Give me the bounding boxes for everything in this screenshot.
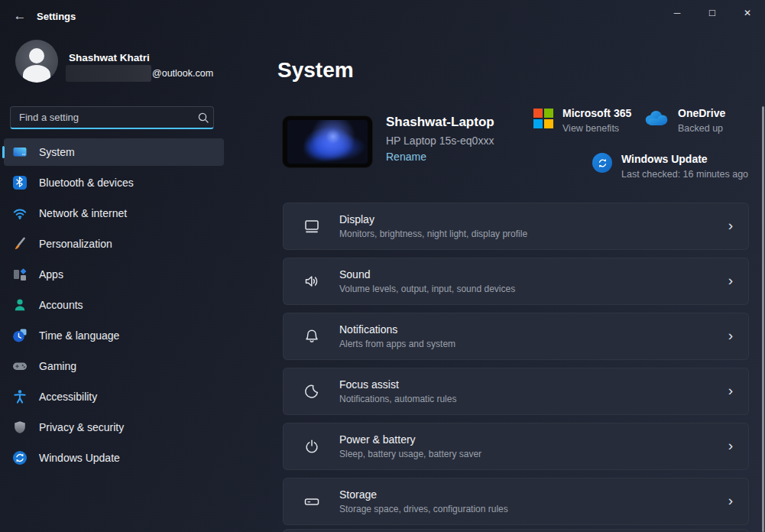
settings-window: ← Settings ─ □ ✕ Shashwat Khatri @outloo… xyxy=(0,0,765,532)
card-subtitle: Notifications, automatic rules xyxy=(339,394,456,404)
card-storage[interactable]: Storage Storage space, drives, configura… xyxy=(283,478,749,525)
chevron-right-icon: › xyxy=(728,217,733,234)
windows-update-status[interactable]: Windows Update Last checked: 16 minutes … xyxy=(592,153,748,180)
ms-logo-blue-square xyxy=(533,119,543,128)
status-subtitle: Backed up xyxy=(678,123,725,134)
chevron-right-icon: › xyxy=(728,382,733,399)
person-icon xyxy=(12,297,28,313)
window-title: Settings xyxy=(37,11,76,22)
close-icon: ✕ xyxy=(744,8,751,18)
ms-logo-green-square xyxy=(544,109,553,118)
card-subtitle: Volume levels, output, input, sound devi… xyxy=(339,284,515,294)
sidebar-item-label: Privacy & security xyxy=(39,421,124,433)
device-name: Shashwat-Laptop xyxy=(386,115,494,130)
sidebar-item-windows-update[interactable]: Windows Update xyxy=(4,444,224,472)
card-title: Focus assist xyxy=(339,378,456,391)
sidebar-item-apps[interactable]: Apps xyxy=(4,261,224,288)
card-subtitle: Monitors, brightness, night light, displ… xyxy=(339,229,527,239)
status-title: Microsoft 365 xyxy=(562,107,631,119)
status-title: OneDrive xyxy=(678,107,725,119)
titlebar: ← Settings ─ □ ✕ xyxy=(0,0,765,34)
selected-indicator xyxy=(2,146,5,158)
avatar-head xyxy=(29,48,44,63)
card-focus-assist[interactable]: Focus assist Notifications, automatic ru… xyxy=(283,368,749,415)
card-power-battery[interactable]: Power & battery Sleep, battery usage, ba… xyxy=(283,423,749,470)
sidebar-item-label: Accessibility xyxy=(39,391,97,403)
card-title: Display xyxy=(339,213,527,226)
chevron-right-icon: › xyxy=(728,492,733,509)
next-card-partial[interactable] xyxy=(283,529,749,532)
back-arrow-icon: ← xyxy=(14,8,27,24)
sidebar-item-bluetooth-devices[interactable]: Bluetooth & devices xyxy=(4,169,224,196)
card-sound[interactable]: Sound Volume levels, output, input, soun… xyxy=(283,258,749,305)
status-subtitle[interactable]: View benefits xyxy=(562,123,631,134)
card-display[interactable]: Display Monitors, brightness, night ligh… xyxy=(283,203,749,250)
storage-drive-icon xyxy=(303,492,321,511)
avatar xyxy=(15,40,58,83)
windows-update-icon xyxy=(12,450,28,466)
sidebar-item-label: Apps xyxy=(39,268,63,281)
focus-assist-moon-icon xyxy=(303,382,321,401)
page-title: System xyxy=(277,58,354,83)
bluetooth-icon xyxy=(12,175,28,190)
ms-logo-yellow-square xyxy=(544,119,553,128)
speaker-icon xyxy=(303,272,321,290)
sidebar-item-personalization[interactable]: Personalization xyxy=(4,230,224,258)
sidebar-item-label: Personalization xyxy=(39,238,112,250)
card-notifications[interactable]: Notifications Alerts from apps and syste… xyxy=(283,313,749,360)
card-title: Sound xyxy=(339,268,515,281)
card-title: Storage xyxy=(339,488,508,501)
minimize-button[interactable]: ─ xyxy=(660,0,695,25)
shield-icon xyxy=(12,420,28,435)
sidebar-item-label: Windows Update xyxy=(39,452,120,464)
paintbrush-icon xyxy=(12,236,28,251)
rename-link[interactable]: Rename xyxy=(386,151,426,163)
display-icon xyxy=(303,217,321,235)
sidebar-item-label: Time & language xyxy=(39,329,119,342)
status-subtitle: Last checked: 16 minutes ago xyxy=(621,169,748,180)
windows-update-sync-icon xyxy=(592,153,612,173)
chevron-right-icon: › xyxy=(728,437,733,454)
chevron-right-icon: › xyxy=(728,272,733,289)
card-subtitle: Alerts from apps and system xyxy=(339,339,455,349)
notifications-bell-icon xyxy=(303,327,321,345)
profile-name: Shashwat Khatri xyxy=(69,52,150,63)
microsoft-365-logo xyxy=(533,109,553,134)
accessibility-person-icon xyxy=(12,389,28,404)
close-button[interactable]: ✕ xyxy=(730,0,765,25)
sidebar-item-privacy-security[interactable]: Privacy & security xyxy=(4,414,224,441)
status-title: Windows Update xyxy=(621,153,748,165)
maximize-icon: □ xyxy=(709,7,715,18)
sidebar-item-network-internet[interactable]: Network & internet xyxy=(4,200,224,227)
power-battery-icon xyxy=(303,437,321,456)
onedrive-cloud-icon xyxy=(643,110,669,134)
avatar-shoulders xyxy=(23,65,50,83)
maximize-button[interactable]: □ xyxy=(695,0,730,25)
clock-language-icon xyxy=(12,328,28,343)
microsoft-365-status[interactable]: Microsoft 365 View benefits xyxy=(533,107,631,134)
ms-logo-red-square xyxy=(533,109,543,118)
sidebar-item-time-language[interactable]: Time & language xyxy=(4,322,224,349)
search-icon[interactable] xyxy=(193,112,213,124)
gamepad-icon xyxy=(12,358,28,374)
sidebar-item-gaming[interactable]: Gaming xyxy=(4,352,224,380)
wifi-icon xyxy=(12,206,28,221)
sidebar-nav: System Bluetooth & devices Network & int… xyxy=(4,138,224,475)
card-title: Notifications xyxy=(339,323,455,336)
search-input[interactable] xyxy=(11,112,193,123)
device-model: HP Laptop 15s-eq0xxx xyxy=(386,135,494,147)
vertical-scrollbar[interactable] xyxy=(762,106,764,532)
search-box xyxy=(10,106,214,129)
window-controls: ─ □ ✕ xyxy=(660,0,765,25)
apps-icon xyxy=(12,267,28,282)
card-subtitle: Storage space, drives, configuration rul… xyxy=(339,504,508,514)
onedrive-status[interactable]: OneDrive Backed up xyxy=(643,107,725,134)
sidebar-item-accounts[interactable]: Accounts xyxy=(4,291,224,319)
sidebar: Shashwat Khatri @outlook.com System xyxy=(0,34,229,532)
minimize-icon: ─ xyxy=(674,8,681,18)
sidebar-item-accessibility[interactable]: Accessibility xyxy=(4,383,224,410)
email-redaction-box xyxy=(66,65,151,82)
back-button[interactable]: ← xyxy=(8,5,32,28)
sidebar-item-system[interactable]: System xyxy=(4,138,224,166)
sidebar-item-label: Accounts xyxy=(39,299,83,311)
